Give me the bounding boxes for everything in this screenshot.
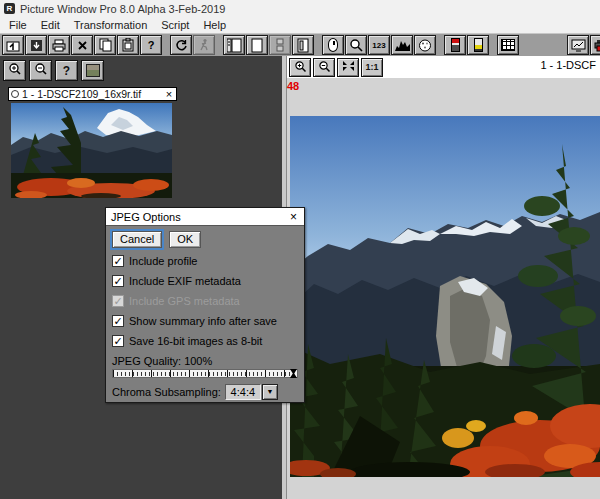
magnifier-icon: [349, 38, 363, 52]
checkbox-save-16bit[interactable]: ✓ Save 16-bit images as 8-bit: [112, 335, 298, 347]
save-icon: [30, 39, 43, 52]
browser-zoom-out-button[interactable]: [29, 60, 52, 81]
grid-table-button[interactable]: [497, 35, 519, 55]
ok-button[interactable]: OK: [169, 231, 201, 248]
one-to-one-icon: 1:1: [365, 62, 378, 72]
app-window: R Picture Window Pro 8.0 Alpha 3-Feb-201…: [0, 0, 600, 499]
checkbox-include-exif[interactable]: ✓ Include EXIF metadata: [112, 275, 298, 287]
close-image-button[interactable]: [71, 35, 93, 55]
histogram-button[interactable]: [391, 35, 413, 55]
jpeg-options-dialog: JPEG Options × Cancel OK ✓ Include profi…: [105, 207, 305, 403]
zoom-in-button[interactable]: [289, 58, 311, 77]
checkbox-label: Include EXIF metadata: [129, 275, 241, 287]
browser-toolbar: ?: [3, 60, 107, 81]
menu-help[interactable]: Help: [196, 19, 233, 31]
checkbox-label: Include GPS metadata: [129, 295, 240, 307]
open-button[interactable]: [2, 35, 24, 55]
browser-zoom-in-button[interactable]: [3, 60, 26, 81]
chart-button[interactable]: [567, 35, 589, 55]
checkbox-show-summary[interactable]: ✓ Show summary info after save: [112, 315, 298, 327]
zoom-fit-button[interactable]: [337, 58, 359, 77]
fit-arrows-icon: [342, 60, 355, 74]
image-toolbar: 1:1 1 - 1-DSCF: [287, 56, 600, 78]
help-icon: ?: [148, 39, 155, 51]
refresh-button[interactable]: [170, 35, 192, 55]
checkbox-include-profile[interactable]: ✓ Include profile: [112, 255, 298, 267]
copy-button[interactable]: [94, 35, 116, 55]
color-print-button[interactable]: [590, 35, 600, 55]
copy-icon: [99, 38, 112, 52]
window-titlebar: R Picture Window Pro 8.0 Alpha 3-Feb-201…: [0, 0, 600, 17]
magnifier-button[interactable]: [345, 35, 367, 55]
menu-edit[interactable]: Edit: [34, 19, 67, 31]
main-image[interactable]: [290, 116, 600, 477]
menu-transformation[interactable]: Transformation: [67, 19, 155, 31]
thumbnail-titlebar[interactable]: 1 - 1-DSCF2109_16x9r.tif ×: [8, 87, 177, 101]
run-script-button[interactable]: [193, 35, 215, 55]
view-split-icon: [227, 38, 242, 53]
paste-button[interactable]: [117, 35, 139, 55]
zoom-out-button[interactable]: [313, 58, 335, 77]
print-button[interactable]: [48, 35, 70, 55]
slider-thumb[interactable]: [290, 369, 297, 378]
checkbox-label: Show summary info after save: [129, 315, 277, 327]
checkbox-checked-icon[interactable]: ✓: [112, 255, 124, 267]
checkbox-checked-icon[interactable]: ✓: [112, 275, 124, 287]
view-list-button[interactable]: [292, 35, 314, 55]
runner-icon: [198, 38, 210, 52]
jpeg-quality-label: JPEG Quality: 100%: [112, 355, 298, 367]
radio-icon[interactable]: [11, 90, 19, 98]
main-image-panel: 1:1 1 - 1-DSCF 48: [287, 56, 600, 499]
zoom-percent-readout: 48: [287, 80, 299, 92]
mouse-readout-button[interactable]: [322, 35, 344, 55]
numbers-icon: 123: [372, 41, 385, 50]
view-thumbs-button[interactable]: [269, 35, 291, 55]
menubar: File Edit Transformation Script Help: [0, 17, 600, 33]
levels-red-icon: [451, 38, 460, 52]
numbers-readout-button[interactable]: 123: [368, 35, 390, 55]
checkbox-label: Save 16-bit images as 8-bit: [129, 335, 262, 347]
view-thumbs-icon: [275, 38, 285, 53]
help-button[interactable]: ?: [140, 35, 162, 55]
menu-file[interactable]: File: [2, 19, 34, 31]
chroma-subsampling-value[interactable]: 4:4:4: [225, 384, 261, 400]
menu-script[interactable]: Script: [154, 19, 196, 31]
checkbox-include-gps: ✓ Include GPS metadata: [112, 295, 298, 307]
save-button[interactable]: [25, 35, 47, 55]
open-icon: [6, 39, 20, 52]
checkbox-label: Include profile: [129, 255, 198, 267]
zoom-in-icon: [8, 62, 22, 79]
image-title-label: 1 - 1-DSCF: [540, 59, 596, 71]
refresh-icon: [175, 39, 188, 52]
chevron-down-icon[interactable]: ▼: [262, 384, 278, 400]
thumbnail-filename: 1 - 1-DSCF2109_16x9r.tif: [22, 88, 164, 100]
checkbox-checked-icon[interactable]: ✓: [112, 335, 124, 347]
cancel-button[interactable]: Cancel: [112, 231, 162, 248]
view-single-button[interactable]: [246, 35, 268, 55]
histogram-icon: [395, 39, 410, 51]
jpeg-quality-slider[interactable]: [112, 369, 298, 378]
help-icon: ?: [63, 64, 70, 78]
palette-icon: [418, 39, 432, 52]
thumbnail-window: 1 - 1-DSCF2109_16x9r.tif ×: [8, 87, 177, 198]
dialog-titlebar[interactable]: JPEG Options ×: [106, 208, 304, 226]
zoom-100-button[interactable]: 1:1: [361, 58, 383, 77]
browser-help-button[interactable]: ?: [55, 60, 78, 81]
readout-color-button[interactable]: [81, 60, 104, 81]
thumbnail-image[interactable]: [11, 103, 172, 198]
paste-icon: [122, 38, 134, 52]
grid-icon: [501, 39, 515, 51]
chart-icon: [571, 39, 586, 52]
palette-button[interactable]: [414, 35, 436, 55]
close-icon[interactable]: ×: [164, 89, 174, 99]
zoom-in-icon: [294, 60, 307, 75]
print-icon: [52, 39, 66, 52]
checkbox-checked-icon[interactable]: ✓: [112, 315, 124, 327]
main-toolbar: ?: [0, 33, 600, 56]
dialog-title: JPEG Options: [111, 211, 288, 223]
chroma-subsampling-label: Chroma Subsampling:: [112, 386, 221, 398]
view-split-button[interactable]: [223, 35, 245, 55]
dialog-close-icon[interactable]: ×: [288, 210, 299, 224]
levels-red-button[interactable]: [444, 35, 466, 55]
levels-yellow-button[interactable]: [467, 35, 489, 55]
